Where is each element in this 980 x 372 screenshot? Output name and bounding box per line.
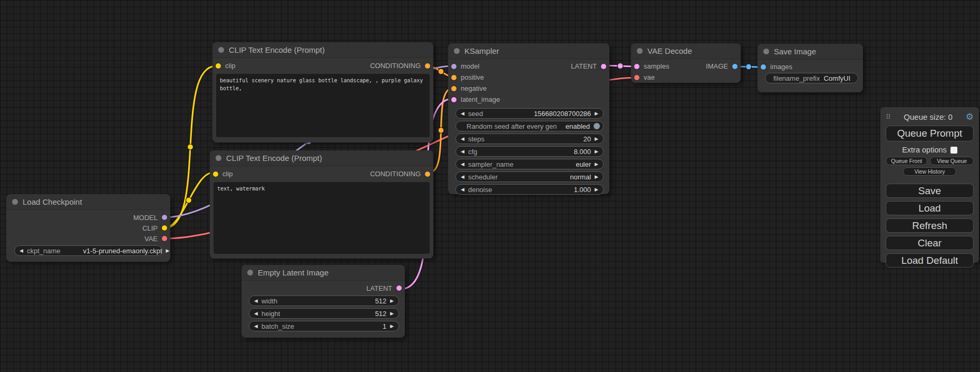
node-title-bar[interactable]: KSampler: [448, 43, 609, 59]
latent-output-port[interactable]: [396, 285, 402, 291]
view-queue-button[interactable]: View Queue: [930, 157, 974, 165]
batch-size-widget[interactable]: ◀ batch_size 1 ▶: [249, 321, 399, 331]
save-button[interactable]: Save: [886, 184, 974, 198]
slot-label: IMAGE: [706, 62, 728, 70]
node-load-checkpoint[interactable]: Load Checkpoint MODEL CLIP VAE ◀ ckpt_na…: [6, 194, 170, 262]
node-clip-text-encode-positive[interactable]: CLIP Text Encode (Prompt) clip CONDITION…: [212, 42, 433, 142]
link-dot: [186, 197, 192, 203]
height-widget[interactable]: ◀ height 512 ▶: [249, 308, 399, 319]
decrement-arrow-icon[interactable]: ◀: [254, 299, 258, 303]
slot-label: positive: [461, 73, 484, 81]
node-collapse-dot[interactable]: [12, 199, 18, 205]
sampler-name-widget[interactable]: ◀ sampler_name euler ▶: [455, 159, 604, 169]
load-default-button[interactable]: Load Default: [886, 253, 974, 268]
link-dot: [746, 64, 752, 70]
images-input-port[interactable]: [761, 64, 766, 70]
load-button[interactable]: Load: [886, 201, 974, 215]
node-collapse-dot[interactable]: [216, 155, 221, 161]
node-title-bar[interactable]: Save Image: [758, 44, 863, 60]
node-ksampler[interactable]: KSampler model LATENT positive negative: [448, 43, 609, 194]
node-empty-latent-image[interactable]: Empty Latent Image LATENT ◀ width 512 ▶ …: [241, 265, 405, 338]
positive-prompt-textarea[interactable]: beautiful scenery nature glass bottle la…: [216, 74, 430, 137]
decrement-arrow-icon[interactable]: ◀: [461, 187, 464, 192]
random-seed-toggle-widget[interactable]: Random seed after every gen enabled: [455, 121, 604, 131]
clip-input-port[interactable]: [213, 171, 218, 177]
node-collapse-dot[interactable]: [637, 48, 643, 54]
latent-image-input-port[interactable]: [451, 97, 457, 102]
vae-input-port[interactable]: [634, 75, 639, 80]
increment-arrow-icon[interactable]: ▶: [595, 111, 598, 116]
filename-prefix-widget[interactable]: filename_prefix ComfyUI: [765, 73, 858, 83]
slot-label: MODEL: [133, 214, 158, 222]
image-output-port[interactable]: [732, 64, 738, 69]
clear-button[interactable]: Clear: [886, 236, 974, 250]
node-title-bar[interactable]: Empty Latent Image: [241, 265, 405, 281]
increment-arrow-icon[interactable]: ▶: [390, 299, 394, 303]
decrement-arrow-icon[interactable]: ◀: [254, 324, 258, 329]
decrement-arrow-icon[interactable]: ◀: [461, 137, 464, 141]
increment-arrow-icon[interactable]: ▶: [595, 149, 598, 154]
decrement-arrow-icon[interactable]: ◀: [20, 249, 23, 253]
node-save-image[interactable]: Save Image images filename_prefix ComfyU…: [758, 44, 863, 92]
node-title-bar[interactable]: CLIP Text Encode (Prompt): [212, 42, 433, 58]
decrement-arrow-icon[interactable]: ◀: [461, 111, 464, 116]
latent-output-port[interactable]: [601, 64, 606, 69]
decrement-arrow-icon[interactable]: ◀: [461, 175, 464, 179]
node-title: CLIP Text Encode (Prompt): [226, 154, 322, 163]
samples-input-port[interactable]: [634, 64, 639, 69]
model-input-port[interactable]: [451, 64, 457, 69]
settings-gear-icon[interactable]: ⚙: [966, 112, 974, 121]
slot-label: LATENT: [571, 62, 597, 70]
decrement-arrow-icon[interactable]: ◀: [461, 149, 464, 154]
positive-input-port[interactable]: [451, 75, 457, 80]
node-collapse-dot[interactable]: [218, 47, 224, 53]
node-title: VAE Decode: [647, 46, 692, 55]
increment-arrow-icon[interactable]: ▶: [390, 324, 394, 329]
decrement-arrow-icon[interactable]: ◀: [254, 311, 258, 316]
scheduler-widget[interactable]: ◀ scheduler normal ▶: [455, 171, 604, 182]
slot-label: clip: [222, 170, 233, 178]
drag-handle-icon[interactable]: ⠿: [886, 113, 891, 120]
node-title: KSampler: [464, 46, 499, 55]
refresh-button[interactable]: Refresh: [886, 218, 974, 233]
toggle-on-icon[interactable]: [594, 123, 600, 129]
extra-options-checkbox[interactable]: [950, 147, 957, 154]
clip-input-port[interactable]: [216, 63, 221, 69]
link-dot: [438, 69, 444, 74]
ckpt-name-widget[interactable]: ◀ ckpt_name v1-5-pruned-emaonly.ckpt ▶: [14, 245, 162, 256]
increment-arrow-icon[interactable]: ▶: [595, 175, 598, 179]
increment-arrow-icon[interactable]: ▶: [595, 137, 598, 141]
negative-prompt-textarea[interactable]: text, watermark: [214, 182, 430, 254]
model-output-port[interactable]: [162, 215, 167, 220]
node-collapse-dot[interactable]: [454, 48, 460, 54]
vae-output-port[interactable]: [162, 236, 167, 241]
node-collapse-dot[interactable]: [247, 270, 253, 275]
steps-widget[interactable]: ◀ steps 20 ▶: [455, 133, 604, 144]
node-vae-decode[interactable]: VAE Decode samples IMAGE vae: [631, 43, 741, 83]
node-clip-text-encode-negative[interactable]: CLIP Text Encode (Prompt) clip CONDITION…: [210, 150, 433, 259]
view-history-button[interactable]: View History: [903, 167, 956, 176]
increment-arrow-icon[interactable]: ▶: [595, 187, 598, 192]
queue-front-button[interactable]: Queue Front: [886, 157, 927, 165]
node-title: Empty Latent Image: [258, 268, 328, 277]
conditioning-output-port[interactable]: [425, 171, 430, 177]
decrement-arrow-icon[interactable]: ◀: [461, 162, 464, 167]
clip-output-port[interactable]: [162, 225, 167, 231]
conditioning-output-port[interactable]: [425, 63, 430, 69]
node-collapse-dot[interactable]: [763, 49, 769, 54]
node-title-bar[interactable]: Load Checkpoint: [6, 194, 170, 210]
node-title-bar[interactable]: CLIP Text Encode (Prompt): [210, 150, 433, 166]
width-widget[interactable]: ◀ width 512 ▶: [249, 295, 399, 306]
seed-widget[interactable]: ◀ seed 156680208700286 ▶: [455, 108, 604, 119]
queue-menu-panel: ⠿ Queue size: 0 ⚙ Queue Prompt Extra opt…: [880, 107, 979, 263]
cfg-widget[interactable]: ◀ cfg 8.000 ▶: [455, 146, 604, 157]
node-graph-canvas[interactable]: Load Checkpoint MODEL CLIP VAE ◀ ckpt_na…: [0, 0, 980, 372]
node-title-bar[interactable]: VAE Decode: [631, 43, 741, 59]
increment-arrow-icon[interactable]: ▶: [595, 162, 598, 167]
denoise-widget[interactable]: ◀ denoise 1.000 ▶: [455, 184, 604, 195]
increment-arrow-icon[interactable]: ▶: [390, 311, 394, 316]
slot-label: CLIP: [142, 224, 158, 232]
queue-prompt-button[interactable]: Queue Prompt: [886, 126, 974, 141]
negative-input-port[interactable]: [451, 86, 457, 91]
increment-arrow-icon[interactable]: ▶: [166, 249, 170, 253]
